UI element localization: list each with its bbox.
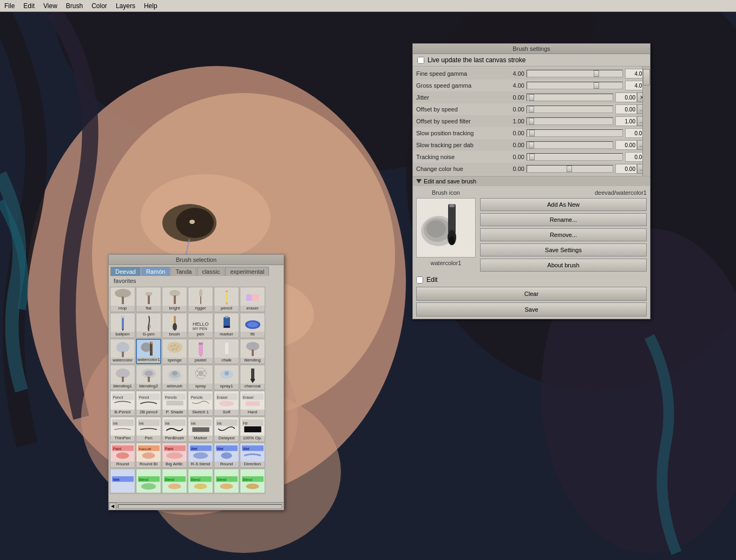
brush-blending[interactable]: blending xyxy=(240,339,265,364)
offset-speed-input[interactable] xyxy=(615,104,637,114)
scroll-left-arrow[interactable]: ◀ xyxy=(109,503,116,510)
brush-wet-round[interactable]: Wet Round xyxy=(214,443,239,468)
tab-classic[interactable]: classic xyxy=(197,267,225,276)
brush-row-4: blending1 blending2 airbrush xyxy=(110,365,282,390)
menu-layers[interactable]: Layers xyxy=(111,1,140,11)
brush-spray1[interactable]: spray1 xyxy=(214,365,239,390)
brush-blend-2[interactable]: Blend xyxy=(162,469,187,494)
menu-help[interactable]: Help xyxy=(140,1,162,11)
brush-airbrush[interactable]: airbrush xyxy=(162,365,187,390)
brush-fill-100[interactable]: Fill 100% Op. xyxy=(240,417,265,442)
settings-scrollbar[interactable] xyxy=(642,67,650,176)
brush-eraser[interactable]: eraser xyxy=(240,287,265,312)
tab-deevad[interactable]: Deevad xyxy=(110,267,141,276)
slow-track-slider[interactable] xyxy=(527,141,613,149)
brush-wet-2[interactable]: Wet xyxy=(110,469,135,494)
brush-wet-round-label: Round xyxy=(214,462,239,467)
brush-gpen[interactable]: G-pen xyxy=(136,313,161,338)
brush-marker[interactable]: marker xyxy=(214,313,239,338)
svg-text:Paint: Paint xyxy=(113,447,121,451)
svg-rect-75 xyxy=(251,379,255,380)
svg-rect-100 xyxy=(192,427,209,432)
menu-color[interactable]: Color xyxy=(87,1,111,11)
brush-eraser-label: eraser xyxy=(240,306,265,312)
brush-blending2[interactable]: blending2 xyxy=(136,365,161,390)
offset-filter-slider[interactable] xyxy=(527,117,613,125)
svg-point-139 xyxy=(246,484,259,489)
brush-big-airbrush[interactable]: Paint Big AirBr. xyxy=(162,443,187,468)
slow-track-input[interactable] xyxy=(615,140,637,150)
clear-button[interactable]: Clear xyxy=(416,287,647,301)
menu-brush[interactable]: Brush xyxy=(62,1,87,11)
tab-ramon[interactable]: Ramón xyxy=(141,267,170,276)
brush-b-pencil[interactable]: Pencil B-Pencil xyxy=(110,391,135,416)
brush-flat[interactable]: flat xyxy=(136,287,161,312)
jitter-input[interactable] xyxy=(615,93,637,102)
svg-text:Paint+Bl: Paint+Bl xyxy=(139,447,150,451)
brush-settings-title: Brush settings xyxy=(413,44,650,54)
brush-pen-ink[interactable]: Ink Pen xyxy=(136,417,161,442)
brush-thinpen[interactable]: Ink ThinPen xyxy=(110,417,135,442)
brush-spray[interactable]: spray xyxy=(188,365,213,390)
brush-p-shade[interactable]: Pencils P. Shade xyxy=(162,391,187,416)
gross-speed-slider[interactable] xyxy=(527,82,623,89)
brush-brush[interactable]: brush xyxy=(162,313,187,338)
save-settings-button[interactable]: Save Settings xyxy=(480,243,647,256)
brush-eraser-soft[interactable]: Eraser Soft xyxy=(214,391,239,416)
menu-view[interactable]: View xyxy=(39,1,62,11)
brush-delayed[interactable]: Ink Delayed xyxy=(214,417,239,442)
brush-fill[interactable]: fill xyxy=(240,313,265,338)
brush-paint-round[interactable]: Paint Round xyxy=(110,443,135,468)
settings-scrollbar-thumb[interactable] xyxy=(643,69,650,85)
brush-paint-round-bl[interactable]: Paint+Bl Round Bl xyxy=(136,443,161,468)
brush-watercolor1[interactable]: watercolor1 xyxy=(136,339,161,364)
settings-row-track-noise: Tracking noise 0.00 xyxy=(413,151,650,163)
brush-chalk[interactable]: chalk xyxy=(214,339,239,364)
menu-edit[interactable]: Edit xyxy=(19,1,39,11)
brush-blend-3[interactable]: Blend xyxy=(188,469,213,494)
brush-delayed-label: Delayed xyxy=(214,436,239,442)
brush-rs-blend[interactable]: Wet R-S blend xyxy=(188,443,213,468)
jitter-slider[interactable] xyxy=(527,94,613,101)
brush-eraser-hard[interactable]: Eraser Hard xyxy=(240,391,265,416)
brush-wet-direction[interactable]: Wet Direction xyxy=(240,443,265,468)
rename-button[interactable]: Rename... xyxy=(480,213,647,226)
brush-mop[interactable]: mop xyxy=(110,287,135,312)
offset-filter-input[interactable] xyxy=(615,116,637,126)
brush-blending1[interactable]: blending1 xyxy=(110,365,135,390)
brush-pen[interactable]: HELLO MY PEN pen xyxy=(188,313,213,338)
about-brush-button[interactable]: About brush xyxy=(480,259,647,272)
svg-rect-145 xyxy=(449,204,455,207)
live-update-checkbox[interactable] xyxy=(417,57,424,64)
track-noise-slider[interactable] xyxy=(527,153,623,161)
save-button[interactable]: Save xyxy=(416,302,647,317)
menu-file[interactable]: File xyxy=(0,1,19,11)
hue-input[interactable] xyxy=(615,164,637,174)
brush-charcoal[interactable]: charcoal xyxy=(240,365,265,390)
brush-marker-ink[interactable]: Ink Marker xyxy=(188,417,213,442)
slow-pos-slider[interactable] xyxy=(527,129,623,137)
brush-blend-1[interactable]: Blend xyxy=(136,469,161,494)
brush-blend-4[interactable]: Blend xyxy=(214,469,239,494)
brush-blend-5[interactable]: Blend xyxy=(240,469,265,494)
brush-pencil[interactable]: pencil xyxy=(214,287,239,312)
fine-speed-slider[interactable] xyxy=(527,70,623,77)
offset-speed-slider[interactable] xyxy=(527,106,613,113)
add-as-new-button[interactable]: Add As New xyxy=(480,198,647,211)
brush-pastel[interactable]: pastel xyxy=(188,339,213,364)
brush-sketch1[interactable]: Pencils Sketch 1 xyxy=(188,391,213,416)
remove-button[interactable]: Remove... xyxy=(480,228,647,241)
brush-watercolor[interactable]: watercolor xyxy=(110,339,135,364)
tab-experimental[interactable]: experimental xyxy=(225,267,269,276)
hue-slider[interactable] xyxy=(527,165,613,173)
brush-2b-pencil[interactable]: Pencil 2B pencil xyxy=(136,391,161,416)
edit-checkbox[interactable] xyxy=(416,276,423,284)
tab-tanda[interactable]: Tanda xyxy=(170,267,196,276)
brush-penbrush[interactable]: Ink PenBrush xyxy=(162,417,187,442)
subtab-favorites[interactable]: favorites xyxy=(110,277,140,285)
brush-rigger[interactable]: rigger xyxy=(188,287,213,312)
brush-ballpen[interactable]: ballpen xyxy=(110,313,135,338)
brush-bright[interactable]: bright xyxy=(162,287,187,312)
brush-sponge[interactable]: sponge xyxy=(162,339,187,364)
edit-save-header[interactable]: Edit and save brush xyxy=(413,176,650,186)
